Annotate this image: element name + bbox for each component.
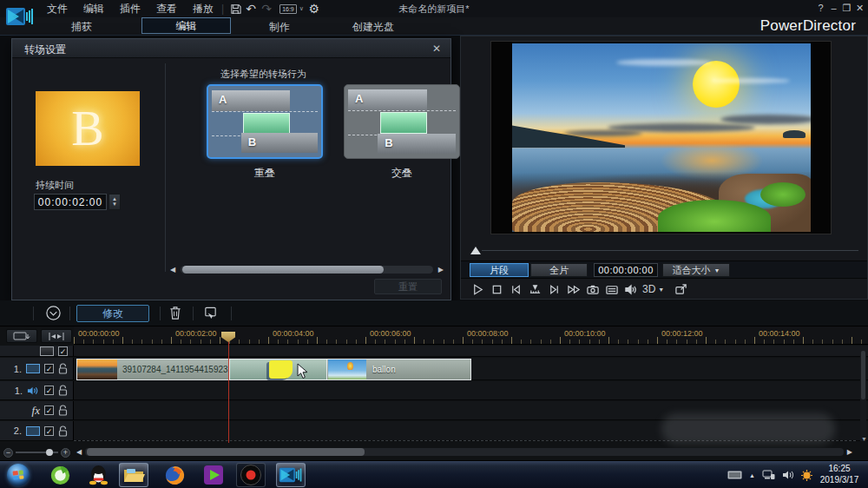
preview-quality-icon[interactable] — [604, 282, 619, 297]
aspect-chevron-icon[interactable]: ∨ — [299, 5, 304, 12]
zoom-slider-track[interactable] — [16, 452, 58, 453]
menu-play[interactable]: 播放 — [185, 0, 221, 17]
network-icon[interactable] — [762, 470, 775, 480]
input-method-icon[interactable] — [727, 471, 742, 479]
track-row-video-1[interactable]: 39107284_1411954415923.mth ballon — [74, 358, 868, 380]
transition-option-cross[interactable]: A B — [344, 84, 460, 159]
transition-option-overlap[interactable]: A B — [207, 84, 323, 159]
scroll-down-icon[interactable]: ▼ — [861, 436, 867, 442]
scroll-right-icon[interactable]: ▶ — [847, 448, 852, 456]
dialog-horizontal-scrollbar[interactable]: ◀ ▶ — [170, 265, 444, 274]
duration-stepper[interactable]: ▲ ▼ — [108, 194, 121, 210]
tab-capture[interactable]: 捕获 — [71, 20, 92, 35]
transition-effect-icon[interactable] — [269, 360, 293, 379]
taskbar-360-browser-icon[interactable] — [45, 463, 75, 487]
restore-button[interactable]: ❐ — [840, 1, 853, 15]
window-controls: ? – ❐ ✕ — [814, 1, 866, 15]
track-lock-icon[interactable] — [58, 363, 68, 374]
redo-icon[interactable]: ↷ — [259, 1, 274, 16]
timeline-horizontal-scrollbar[interactable]: ◀ ▶ — [76, 446, 852, 457]
tab-edit[interactable]: 编辑 — [141, 17, 231, 34]
seek-track[interactable] — [482, 250, 858, 251]
preview-timecode[interactable]: 00:00:00:00 — [594, 263, 658, 277]
security-tray-icon[interactable] — [801, 470, 812, 481]
reset-button[interactable]: 重置 — [374, 279, 442, 294]
duration-input[interactable]: 00:00:02:00 — [34, 194, 107, 210]
clip-b-bar: B — [378, 134, 456, 154]
track-lock-icon[interactable] — [58, 405, 68, 416]
taskbar-screen-recorder-icon[interactable] — [236, 463, 266, 487]
undo-icon[interactable]: ↶ — [243, 1, 259, 16]
select-clip-icon[interactable] — [203, 306, 218, 323]
start-button[interactable] — [7, 464, 30, 486]
close-button[interactable]: ✕ — [853, 1, 866, 15]
clip-ballon[interactable]: ballon — [326, 359, 470, 379]
track-enable-checkbox[interactable]: ✓ — [58, 346, 68, 356]
scroll-left-icon[interactable]: ◀ — [76, 448, 82, 456]
dialog-close-icon[interactable]: ✕ — [430, 42, 444, 56]
menu-plugins[interactable]: 插件 — [112, 0, 148, 17]
3d-mode-dropdown[interactable]: 3D ▼ — [642, 283, 664, 295]
scroll-left-icon[interactable]: ◀ — [170, 266, 175, 274]
previous-frame-button[interactable] — [509, 282, 523, 297]
taskbar-explorer-icon[interactable] — [119, 463, 148, 487]
track-enable-checkbox[interactable]: ✓ — [44, 406, 54, 415]
taskbar-media-player-icon[interactable] — [199, 463, 228, 487]
taskbar-qq-icon[interactable] — [83, 463, 113, 487]
taskbar-powerdirector-icon[interactable] — [276, 463, 306, 487]
menu-file[interactable]: 文件 — [39, 0, 76, 17]
track-row-audio-1[interactable] — [74, 381, 868, 400]
scrollbar-thumb[interactable] — [87, 448, 365, 456]
track-enable-checkbox[interactable]: ✓ — [44, 426, 54, 436]
video-track-icon — [40, 346, 54, 356]
scrollbar-thumb[interactable] — [861, 351, 865, 399]
seek-marker-button[interactable] — [528, 282, 542, 297]
stop-button[interactable] — [490, 282, 504, 297]
duration-clock-icon[interactable] — [45, 305, 62, 324]
scroll-right-icon[interactable]: ▶ — [438, 266, 444, 274]
minimize-button[interactable]: – — [827, 1, 840, 15]
menu-view[interactable]: 查看 — [148, 0, 185, 17]
tray-expand-icon[interactable]: ▲ — [749, 472, 755, 478]
tab-produce[interactable]: 制作 — [269, 20, 290, 35]
timeline-ruler[interactable]: 00:00:00:00 00:00:02:00 00:00:04:00 00:0… — [74, 326, 868, 345]
snapshot-camera-icon[interactable] — [585, 282, 600, 297]
snap-toggle-button[interactable] — [41, 329, 72, 343]
aspect-ratio-selector[interactable]: 16:9 — [279, 4, 297, 14]
zoom-out-icon[interactable]: − — [3, 448, 13, 458]
scrollbar-thumb[interactable] — [182, 266, 384, 274]
zoom-slider-knob[interactable] — [46, 449, 53, 456]
track-manager-button[interactable] — [6, 329, 37, 343]
track-row-master[interactable] — [74, 346, 868, 357]
fast-forward-button[interactable] — [566, 282, 581, 297]
clip-a-label: A — [355, 92, 363, 105]
volume-icon[interactable] — [623, 282, 638, 297]
transition-segment[interactable] — [229, 359, 326, 379]
zoom-fit-dropdown[interactable]: 适合大小 ▼ — [662, 263, 730, 277]
track-enable-checkbox[interactable]: ✓ — [44, 386, 54, 395]
detach-window-icon[interactable] — [674, 282, 688, 297]
next-frame-button[interactable] — [547, 282, 562, 297]
stepper-down-icon[interactable]: ▼ — [112, 202, 117, 207]
taskbar-firefox-icon[interactable] — [160, 463, 189, 487]
settings-gear-icon[interactable]: ⚙ — [306, 1, 322, 16]
taskbar-clock[interactable]: 16:25 2019/3/17 — [814, 463, 865, 485]
delete-trash-icon[interactable] — [168, 306, 182, 323]
track-lock-icon[interactable] — [58, 425, 68, 437]
seek-handle[interactable] — [470, 247, 481, 254]
movie-mode-button[interactable]: 全片 — [530, 263, 588, 277]
dialog-header[interactable]: 转场设置 ✕ — [12, 39, 450, 58]
tab-create-disc[interactable]: 创建光盘 — [352, 20, 394, 35]
timeline-vertical-scrollbar[interactable] — [860, 346, 866, 441]
zoom-in-icon[interactable]: + — [61, 448, 70, 458]
help-button[interactable]: ? — [814, 1, 827, 15]
volume-tray-icon[interactable] — [782, 470, 794, 480]
save-icon[interactable] — [227, 1, 243, 16]
modify-button[interactable]: 修改 — [76, 305, 149, 322]
selected-clip-group[interactable]: 39107284_1411954415923.mth ballon — [76, 359, 471, 380]
play-button[interactable] — [470, 282, 485, 297]
menu-edit[interactable]: 编辑 — [76, 0, 112, 17]
track-lock-icon[interactable] — [58, 385, 68, 396]
track-enable-checkbox[interactable]: ✓ — [44, 364, 54, 373]
clip-mode-button[interactable]: 片段 — [470, 263, 529, 277]
